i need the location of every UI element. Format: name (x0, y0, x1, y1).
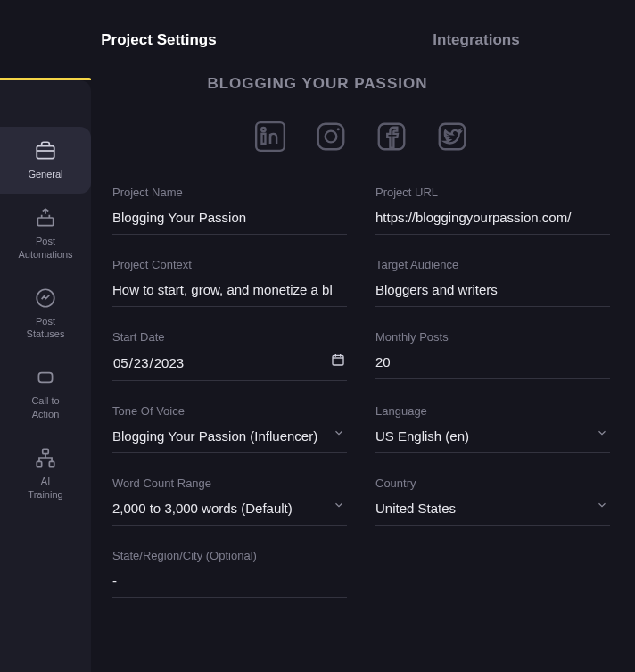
input-monthly-posts[interactable] (375, 349, 610, 379)
select-language[interactable]: US English (en) (375, 423, 610, 453)
label-state-region-city: State/Region/City (Optional) (112, 549, 347, 562)
label-tone-of-voice: Tone Of Voice (112, 404, 347, 418)
status-icon (34, 286, 57, 310)
settings-sidebar: General Post Automations Post Statuses (0, 80, 91, 672)
facebook-icon[interactable] (375, 120, 408, 153)
label-monthly-posts: Monthly Posts (375, 330, 610, 344)
sidebar-item-general[interactable]: General (0, 127, 91, 194)
label-project-name: Project Name (112, 186, 347, 199)
field-word-count-range: Word Count Range 2,000 to 3,000 words (D… (112, 477, 347, 526)
label-project-context: Project Context (112, 258, 347, 271)
sidebar-item-post-automations[interactable]: Post Automations (0, 194, 91, 274)
svg-rect-8 (262, 134, 266, 144)
input-state-region-city[interactable] (112, 568, 347, 598)
svg-point-9 (261, 128, 265, 131)
sidebar-label-ai-training: AI Training (28, 475, 62, 502)
input-target-audience[interactable] (375, 277, 610, 307)
automation-icon (34, 206, 57, 229)
field-language: Language US English (en) (375, 404, 610, 453)
field-tone-of-voice: Tone Of Voice Blogging Your Passion (Inf… (112, 404, 347, 453)
svg-point-12 (337, 128, 340, 130)
sidebar-label-post-statuses: Post Statuses (27, 315, 65, 342)
svg-rect-4 (43, 449, 49, 453)
settings-content: Project Name Project URL Project Context… (91, 80, 635, 672)
svg-rect-6 (49, 461, 54, 466)
field-target-audience: Target Audience (375, 258, 610, 307)
sidebar-label-post-automations: Post Automations (18, 235, 72, 261)
label-start-date: Start Date (112, 330, 347, 344)
sidebar-item-post-statuses[interactable]: Post Statuses (0, 274, 91, 354)
top-tab-bar: Project Settings Integrations BLOGGING Y… (0, 0, 635, 80)
twitter-icon[interactable] (435, 120, 469, 153)
linkedin-icon[interactable] (253, 120, 287, 153)
field-monthly-posts: Monthly Posts (375, 330, 610, 381)
tab-integrations[interactable]: Integrations (318, 1, 635, 79)
tab-project-settings[interactable]: Project Settings (0, 1, 318, 79)
label-project-url: Project URL (375, 186, 610, 199)
sidebar-item-call-to-action[interactable]: Call to Action (0, 353, 91, 434)
field-start-date: Start Date (112, 330, 347, 381)
label-country: Country (375, 477, 610, 490)
field-state-region-city: State/Region/City (Optional) (112, 549, 347, 598)
briefcase-icon (34, 139, 57, 162)
svg-point-11 (326, 131, 337, 143)
svg-rect-5 (37, 461, 41, 466)
field-project-name: Project Name (112, 186, 347, 235)
input-project-name[interactable] (112, 204, 347, 235)
instagram-icon[interactable] (314, 120, 348, 153)
field-project-context: Project Context (112, 258, 347, 307)
svg-rect-14 (440, 124, 466, 150)
sidebar-item-ai-training[interactable]: AI Training (0, 434, 91, 514)
label-language: Language (375, 404, 610, 418)
sidebar-label-call-to-action: Call to Action (31, 394, 59, 421)
select-tone-of-voice[interactable]: Blogging Your Passion (Influencer) (112, 423, 347, 453)
select-country[interactable]: United States (375, 495, 610, 526)
input-project-url[interactable] (375, 204, 610, 235)
svg-rect-1 (37, 218, 53, 226)
sidebar-label-general: General (28, 168, 62, 181)
hierarchy-icon (34, 446, 57, 469)
field-project-url: Project URL (375, 186, 610, 235)
svg-rect-3 (38, 373, 52, 383)
input-start-date[interactable] (112, 349, 347, 381)
cta-icon (34, 366, 57, 389)
field-country: Country United States (375, 477, 610, 526)
label-word-count-range: Word Count Range (112, 477, 347, 490)
project-settings-form: Project Name Project URL Project Context… (112, 186, 610, 598)
svg-rect-10 (318, 124, 344, 150)
label-target-audience: Target Audience (375, 258, 610, 271)
input-project-context[interactable] (112, 277, 347, 307)
social-links-row (112, 120, 610, 186)
select-word-count-range[interactable]: 2,000 to 3,000 words (Default) (112, 495, 347, 526)
svg-rect-0 (37, 146, 54, 159)
